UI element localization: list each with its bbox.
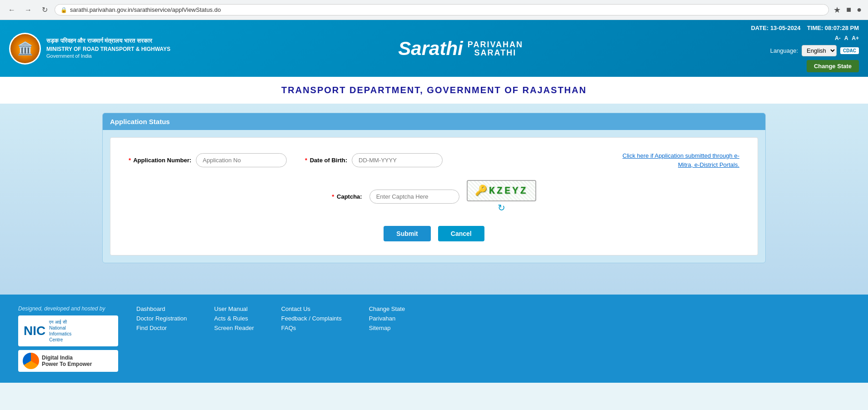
sarathi-english: PARIVAHAN SARATHI [468,40,523,57]
nic-logo: NIC एन आई सीNationalInformaticsCentre [18,315,118,346]
captcha-field: * Captcha: [332,193,362,200]
footer-link-feedback[interactable]: Feedback / Complaints [281,315,342,322]
browser-chrome: ← → ↻ 🔒 sarathi.parivahan.gov.in/sarathi… [0,0,868,20]
dob-input[interactable] [352,153,443,167]
captcha-image-wrapper: 🔑KZEYZ ↻ [467,180,536,213]
app-status-body: * Application Number: * Date of Birth: C… [110,137,758,255]
government-emblem: 🏛️ [9,33,41,65]
dob-field: * Date of Birth: [305,153,443,167]
language-select[interactable]: English हिंदी [802,45,837,56]
dob-required-star: * [305,157,307,164]
app-status-title: Application Status [110,118,170,125]
language-label: Language: [770,47,798,54]
footer-links: Dashboard Doctor Registration Find Docto… [136,305,850,331]
emitra-link[interactable]: Click here if Application submitted thro… [621,151,739,169]
footer-link-faqs[interactable]: FAQs [281,325,342,331]
application-number-field: * Application Number: [129,153,287,167]
sarathi-logo: Sarathi PARIVAHAN SARATHI [398,39,523,58]
cdac-logo: CDAC [840,47,859,54]
di-circle-icon [23,353,39,369]
required-star: * [129,157,131,164]
footer-link-dashboard[interactable]: Dashboard [136,305,187,312]
ministry-text: सड़क परिवहन और राजमार्ग मंत्रालय भारत सर… [46,37,170,60]
font-small-btn[interactable]: A- [835,35,841,41]
sarathi-hindi-text: Sarathi [398,39,463,58]
datetime: DATE: 13-05-2024 TIME: 08:07:28 PM [751,25,859,31]
header-left: 🏛️ सड़क परिवहन और राजमार्ग मंत्रालय भारत… [9,33,170,65]
dob-label: * Date of Birth: [305,157,347,164]
application-number-input[interactable] [196,153,287,167]
ministry-hindi: सड़क परिवहन और राजमार्ग मंत्रालय भारत सर… [46,37,170,45]
captcha-label: * Captcha: [332,193,362,200]
ministry-english: MINISTRY OF ROAD TRANSPORT & HIGHWAYS [46,45,170,53]
digital-india-logo: Digital India Power To Empower [18,350,118,372]
captcha-refresh-button[interactable]: ↻ [467,202,536,213]
dept-title-bar: TRANSPORT DEPARTMENT, GOVERNMENT OF RAJA… [0,77,868,104]
font-large-btn[interactable]: A+ [852,35,859,41]
submit-button[interactable]: Submit [384,226,430,241]
captcha-input[interactable] [369,190,459,204]
site-header: 🏛️ सड़क परिवहन और राजमार्ग मंत्रालय भारत… [0,20,868,77]
captcha-text: 🔑KZEYZ [475,185,528,197]
footer-link-doctor-reg[interactable]: Doctor Registration [136,315,187,322]
date-value: 13-05-2024 [770,25,801,31]
captcha-image: 🔑KZEYZ [467,180,536,201]
header-center: Sarathi PARIVAHAN SARATHI [398,39,523,58]
footer-link-screen-reader[interactable]: Screen Reader [214,325,254,331]
form-first-row: * Application Number: * Date of Birth: C… [129,151,739,169]
date-label: DATE: [751,25,768,31]
main-content: Application Status * Application Number: [0,104,868,295]
ministry-gov: Government of India [46,53,170,60]
font-medium-btn[interactable]: A [844,35,848,41]
footer-link-contact-us[interactable]: Contact Us [281,305,342,312]
forward-button[interactable]: → [22,4,35,16]
footer-link-acts-rules[interactable]: Acts & Rules [214,315,254,322]
site-footer: Designed, developed and hosted by NIC एन… [0,295,868,383]
url-text: sarathi.parivahan.gov.in/sarathiservice/… [70,6,221,13]
bookmark-button[interactable]: ★ [833,4,842,16]
reload-button[interactable]: ↻ [38,4,51,16]
time-label: TIME: [807,25,823,31]
footer-col-1: Dashboard Doctor Registration Find Docto… [136,305,187,331]
footer-link-user-manual[interactable]: User Manual [214,305,254,312]
footer-col-2: User Manual Acts & Rules Screen Reader [214,305,254,331]
profile-button[interactable]: ● [856,4,863,16]
captcha-row: * Captcha: 🔑KZEYZ ↻ [129,180,739,213]
emblem-image: 🏛️ [10,34,40,63]
footer-link-find-doctor[interactable]: Find Doctor [136,325,187,331]
app-number-label: * Application Number: [129,157,191,164]
footer-link-parivahan[interactable]: Parivahan [369,315,405,322]
footer-col-3: Contact Us Feedback / Complaints FAQs [281,305,342,331]
time-value: 08:07:28 PM [825,25,859,31]
footer-link-sitemap[interactable]: Sitemap [369,325,405,331]
footer-col-4: Change State Parivahan Sitemap [369,305,405,331]
nic-full-name: एन आई सीNationalInformaticsCentre [49,319,71,343]
url-security-icon: 🔒 [60,7,67,13]
change-state-button[interactable]: Change State [807,60,859,72]
cancel-button[interactable]: Cancel [438,226,484,241]
back-button[interactable]: ← [5,4,18,16]
nic-abbr: NIC [24,324,45,338]
dept-title: TRANSPORT DEPARTMENT, GOVERNMENT OF RAJA… [8,85,860,95]
footer-nic-section: Designed, developed and hosted by NIC एन… [18,305,118,372]
extension-button[interactable]: ■ [845,4,852,16]
language-row: Language: English हिंदी CDAC [770,45,859,56]
captcha-required-star: * [332,193,334,200]
designed-by-text: Designed, developed and hosted by [18,305,118,312]
app-status-header: Application Status [103,113,765,130]
footer-link-change-state[interactable]: Change State [369,305,405,312]
font-size-controls: A- A A+ [835,35,859,41]
browser-actions: ★ ■ ● [833,4,863,16]
form-buttons: Submit Cancel [129,226,739,241]
di-text: Digital India Power To Empower [42,355,92,368]
header-right: DATE: 13-05-2024 TIME: 08:07:28 PM A- A … [751,25,859,72]
form-fields-left: * Application Number: * Date of Birth: [129,153,443,167]
url-bar[interactable]: 🔒 sarathi.parivahan.gov.in/sarathiservic… [55,4,829,15]
application-status-card: Application Status * Application Number: [102,113,766,263]
